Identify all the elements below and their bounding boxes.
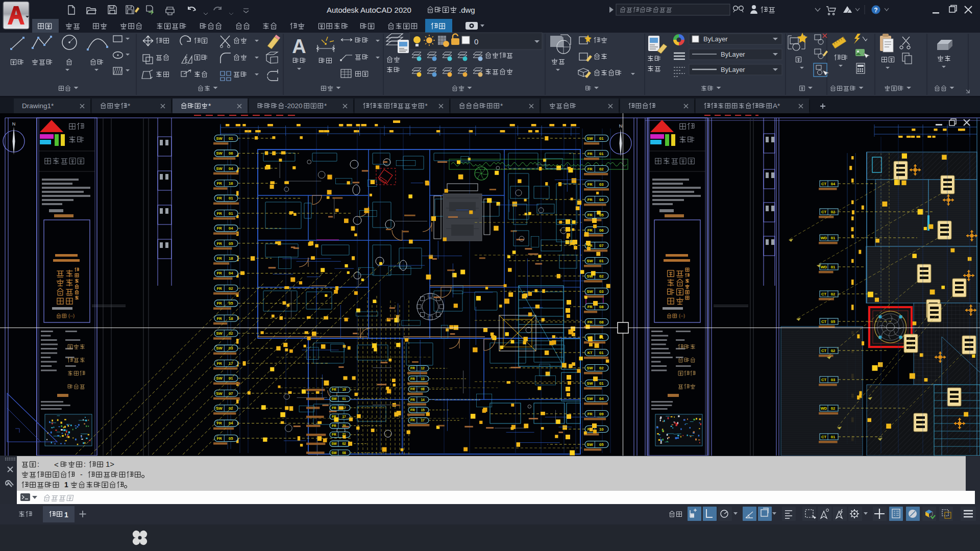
svg-text:FR: FR — [587, 320, 593, 324]
svg-text:01: 01 — [229, 196, 233, 201]
svg-text:03: 03 — [831, 378, 835, 382]
svg-text:CT: CT — [821, 292, 826, 296]
svg-text:N: N — [12, 121, 16, 127]
svg-text:*: * — [500, 102, 503, 110]
svg-text:FR: FR — [332, 424, 336, 428]
svg-text:*: * — [128, 102, 131, 110]
svg-text:FR: FR — [587, 412, 593, 416]
svg-text:04: 04 — [599, 197, 604, 202]
svg-text:05: 05 — [831, 319, 835, 324]
svg-text:FR: FR — [587, 182, 593, 187]
svg-text:02: 02 — [599, 274, 603, 279]
svg-text:04: 04 — [229, 166, 233, 171]
svg-text:01: 01 — [599, 381, 603, 386]
svg-text:SW: SW — [331, 442, 337, 445]
svg-text:SW: SW — [216, 166, 223, 171]
svg-text:SW: SW — [587, 366, 594, 370]
svg-text:02: 02 — [342, 442, 346, 445]
svg-text:SW: SW — [587, 136, 594, 141]
svg-text:08: 08 — [342, 451, 346, 455]
svg-text:02: 02 — [229, 286, 233, 291]
svg-text:A: A — [292, 36, 306, 57]
svg-text:FR: FR — [217, 181, 223, 186]
svg-text:*: * — [425, 102, 428, 110]
svg-text:(--): (--) — [679, 313, 685, 318]
svg-text:FR: FR — [410, 408, 415, 412]
svg-text:04: 04 — [831, 182, 836, 186]
svg-text:01: 01 — [599, 259, 603, 263]
svg-text:A*: A* — [773, 102, 780, 110]
svg-text:CT: CT — [821, 435, 826, 439]
svg-text:18: 18 — [229, 256, 233, 261]
svg-text:13: 13 — [421, 377, 425, 381]
svg-text:FR: FR — [217, 436, 223, 441]
svg-text:FR: FR — [217, 226, 223, 231]
svg-text:05: 05 — [229, 301, 233, 306]
svg-text:FR: FR — [410, 418, 415, 422]
svg-text:FR: FR — [410, 366, 415, 370]
svg-text:19: 19 — [342, 388, 346, 391]
svg-text:FR: FR — [217, 286, 223, 291]
svg-text:01: 01 — [831, 236, 835, 240]
svg-text:17: 17 — [421, 418, 425, 422]
svg-text:KT: KT — [587, 350, 593, 355]
svg-text:SW: SW — [587, 396, 594, 401]
svg-text:01: 01 — [599, 136, 603, 141]
svg-text:01: 01 — [831, 435, 835, 439]
svg-text:CT: CT — [821, 378, 826, 382]
svg-text:N: N — [619, 123, 623, 129]
svg-text:CT: CT — [821, 182, 826, 186]
svg-text:08: 08 — [599, 320, 603, 324]
svg-text:FR: FR — [217, 211, 223, 216]
svg-text:02: 02 — [831, 406, 835, 411]
svg-text:FR: FR — [410, 398, 415, 402]
svg-text:03: 03 — [599, 182, 603, 187]
svg-text:SW: SW — [331, 451, 337, 455]
svg-text:CT: CT — [821, 210, 826, 214]
svg-text:08: 08 — [599, 305, 603, 309]
svg-text:FR: FR — [217, 421, 223, 425]
svg-text:Drawing1*: Drawing1* — [22, 102, 54, 110]
svg-text:FR: FR — [332, 406, 336, 410]
svg-text:1: 1 — [64, 511, 68, 519]
svg-text:04: 04 — [229, 226, 233, 231]
svg-text:01: 01 — [599, 152, 603, 156]
svg-text:04: 04 — [229, 271, 233, 276]
svg-text:FR: FR — [587, 197, 593, 202]
svg-text:ByLayer: ByLayer — [721, 51, 745, 58]
svg-text:ByLayer: ByLayer — [721, 66, 745, 73]
svg-text:WD: WD — [821, 406, 827, 411]
svg-text:CT: CT — [821, 319, 826, 324]
svg-text:*: * — [208, 102, 211, 110]
svg-text:?: ? — [874, 7, 877, 14]
svg-text:FR: FR — [587, 152, 593, 156]
svg-text:CT: CT — [821, 348, 826, 353]
svg-text:05: 05 — [229, 241, 233, 246]
svg-text:SW: SW — [216, 331, 223, 336]
svg-text:03: 03 — [599, 289, 603, 294]
svg-text:SW: SW — [216, 406, 223, 411]
svg-text:SW: SW — [331, 397, 337, 400]
svg-text:04: 04 — [599, 396, 604, 401]
svg-text:ByLayer: ByLayer — [703, 35, 728, 43]
svg-text:14: 14 — [421, 398, 425, 402]
svg-text:.dwg: .dwg — [459, 6, 475, 14]
svg-text:01: 01 — [599, 350, 603, 355]
svg-text::: : — [84, 460, 86, 468]
svg-text:03: 03 — [229, 346, 233, 350]
svg-text:SW: SW — [216, 136, 223, 141]
svg-text:09: 09 — [599, 412, 603, 416]
svg-text:15: 15 — [421, 408, 425, 412]
svg-text:0: 0 — [474, 37, 478, 46]
svg-text:FR: FR — [217, 316, 223, 321]
svg-text:05: 05 — [229, 436, 233, 441]
svg-text:FR: FR — [587, 305, 593, 309]
svg-text:06: 06 — [229, 151, 233, 156]
svg-text:SW: SW — [587, 442, 594, 447]
svg-text:*: * — [324, 102, 327, 110]
svg-text:01: 01 — [831, 265, 835, 269]
svg-text:SW: SW — [216, 346, 223, 350]
svg-text:WD: WD — [821, 265, 827, 269]
svg-text:02: 02 — [599, 167, 603, 171]
svg-text:17: 17 — [229, 361, 233, 366]
